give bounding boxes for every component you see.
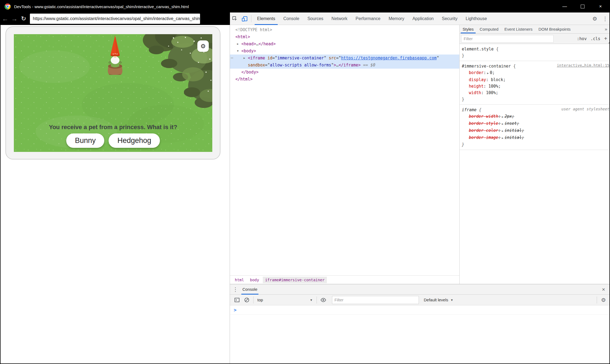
sidebar-tab-strip: StylesComputedEvent ListenersDOM Breakpo… (460, 25, 610, 34)
dom-tree-node[interactable]: …▶<iframe id="immersive-container" src="… (230, 55, 459, 62)
console-levels-dropdown[interactable]: Default levels ▼ (424, 298, 453, 302)
expand-arrow-icon[interactable]: ▶ (237, 40, 239, 47)
tab-memory[interactable]: Memory (384, 12, 408, 25)
console-settings-button[interactable]: ⚙ (599, 295, 608, 305)
close-brace: } (462, 97, 464, 102)
console-drawer-tab[interactable]: Console (240, 284, 260, 295)
css-property[interactable]: display: block; (462, 76, 609, 83)
console-sidebar-icon (234, 297, 240, 303)
devtools-settings-button[interactable]: ⚙ (590, 14, 600, 24)
rule-selector[interactable]: iframe (462, 107, 476, 112)
expand-arrow-icon[interactable]: ▶ (501, 129, 504, 132)
expand-arrow-icon[interactable]: ▶ (501, 115, 504, 118)
devtools-menu-button[interactable]: ⋮ (600, 15, 610, 22)
new-style-rule-button[interactable]: + (604, 36, 607, 42)
sidebar-tab-computed[interactable]: Computed (477, 25, 501, 33)
devtools-window: DevTools - www.gstatic.com/assistant/int… (0, 0, 610, 364)
close-brace: } (462, 142, 464, 147)
breadcrumb-item[interactable]: iframe#immersive-container (263, 277, 327, 283)
toolbar-divider (251, 15, 251, 22)
code-token: == $0 (361, 63, 375, 68)
forward-button[interactable]: → (10, 14, 19, 23)
console-prompt-row[interactable]: > (230, 305, 610, 315)
console-close-button[interactable]: × (599, 284, 608, 295)
tab-network[interactable]: Network (327, 12, 352, 25)
styles-filter-input[interactable] (461, 35, 554, 43)
tab-security[interactable]: Security (438, 12, 462, 25)
dom-tree-node[interactable]: ▼<body> (230, 47, 459, 55)
property-name: width (469, 90, 481, 95)
tab-sources[interactable]: Sources (303, 12, 327, 25)
expand-arrow-icon[interactable]: ▶ (486, 72, 490, 75)
css-property[interactable]: width: 100%; (462, 90, 609, 96)
console-drawer-header: ⋮ Console × (230, 284, 610, 295)
property-value: 100% (488, 84, 498, 89)
tab-lighthouse[interactable]: Lighthouse (462, 12, 491, 25)
expand-arrow-icon[interactable]: ▶ (244, 55, 245, 62)
expand-arrow-icon[interactable]: ▼ (237, 47, 239, 55)
dom-tree-node[interactable]: sandbox="allow-scripts allow-forms">…</i… (230, 62, 459, 69)
minimize-button[interactable]: — (556, 1, 574, 12)
url-input[interactable]: https://www.gstatic.com/assistant/intera… (30, 14, 200, 24)
tab-console[interactable]: Console (279, 12, 304, 25)
code-token: <body> (241, 49, 256, 53)
tab-elements[interactable]: Elements (253, 12, 279, 25)
chevron-down-icon: ▼ (310, 298, 313, 302)
breadcrumb-item[interactable]: html (233, 277, 246, 283)
sidebar-tab-dom-breakpoints[interactable]: DOM Breakpoints (535, 25, 573, 33)
rule-selector[interactable]: element.style (462, 47, 494, 52)
reload-button[interactable]: ↻ (19, 14, 28, 23)
dom-tree-node[interactable]: </body> (230, 69, 459, 76)
maximize-button[interactable] (574, 1, 592, 12)
device-toolbar-toggle[interactable] (240, 14, 249, 24)
title-bar: DevTools - www.gstatic.com/assistant/int… (1, 1, 609, 12)
console-sidebar-toggle[interactable] (232, 295, 242, 305)
hov-toggle[interactable]: :hov (577, 36, 587, 41)
css-property[interactable]: border:▶0; (462, 69, 609, 76)
rule-close-line: } (462, 96, 609, 103)
hedgehog-button[interactable]: Hedgehog (109, 133, 160, 148)
game-answer-buttons: BunnyHedgehog (14, 133, 212, 148)
tab-performance[interactable]: Performance (352, 12, 385, 25)
sidebar-tab-event-listeners[interactable]: Event Listeners (501, 25, 535, 33)
sidebar-tab-styles[interactable]: Styles (460, 25, 477, 33)
close-button[interactable]: × (592, 1, 609, 12)
dom-tree-node[interactable]: <html> (230, 33, 459, 40)
property-name: height (469, 84, 483, 89)
console-context-selector[interactable]: top ▼ (255, 298, 315, 302)
gear-icon: ⚙ (601, 297, 606, 303)
cls-toggle[interactable]: .cls (590, 36, 600, 41)
inspect-element-button[interactable] (230, 14, 240, 24)
dom-tree-node[interactable]: </html> (230, 76, 459, 83)
rule-close-line: } (462, 52, 609, 59)
css-property[interactable]: border-color:▶initial; (462, 127, 609, 134)
clear-console-button[interactable] (242, 295, 252, 305)
expand-arrow-icon[interactable]: ▶ (501, 136, 504, 139)
css-property[interactable]: border-style:▶inset; (462, 120, 609, 127)
bunny-button[interactable]: Bunny (66, 133, 105, 148)
tab-application[interactable]: Application (408, 12, 438, 25)
dom-tree-node[interactable]: ▶<head>…</head> (230, 40, 459, 47)
prompt-chevron-icon: > (230, 307, 236, 313)
rule-selector[interactable]: #immersive-container (462, 64, 511, 69)
game-settings-button[interactable]: ⚙ (197, 40, 209, 52)
console-drawer: ⋮ Console × top ▼ (230, 284, 610, 364)
expand-arrow-icon[interactable]: ▶ (501, 122, 504, 125)
rule-source-link[interactable]: interactive…him.html:15 (557, 63, 609, 68)
console-filter-input[interactable] (332, 296, 419, 304)
code-token: " (437, 56, 439, 60)
back-button[interactable]: ← (1, 14, 10, 23)
node-overflow-dots: … (231, 53, 233, 60)
css-property[interactable]: height: 100%; (462, 83, 609, 90)
live-expression-button[interactable] (318, 295, 328, 305)
drawer-menu-button[interactable]: ⋮ (230, 286, 240, 293)
style-rule: element.style {} (460, 44, 610, 61)
css-property[interactable]: border-image:▶initial; (462, 134, 609, 141)
breadcrumb-item[interactable]: body (248, 277, 261, 283)
dom-tree-node[interactable]: <!DOCTYPE html> (230, 26, 459, 33)
css-property[interactable]: border-width:▶2px; (462, 113, 609, 120)
more-tabs-icon[interactable]: » (602, 25, 610, 33)
context-label: top (257, 298, 263, 302)
eye-icon (320, 297, 327, 303)
property-value: 2px (504, 114, 512, 119)
